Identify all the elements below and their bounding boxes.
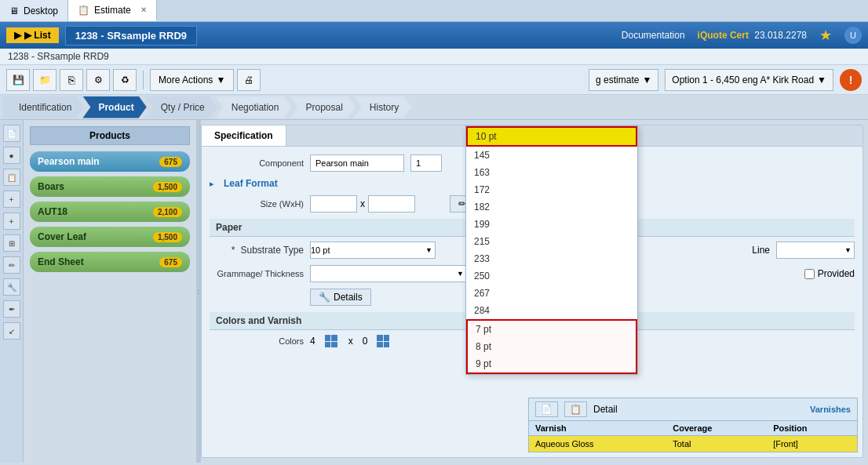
dropdown-item-163[interactable]: 163 bbox=[466, 164, 637, 181]
product-item-cover-leaf[interactable]: Cover Leaf 1,500 bbox=[30, 227, 190, 247]
dropdown-item-233-label: 233 bbox=[474, 253, 490, 264]
left-icon-pen[interactable]: ✒ bbox=[3, 300, 20, 318]
title-bar: 🖥 Desktop 📋 Estimate ✕ bbox=[0, 0, 868, 22]
dropdown-item-7pt[interactable]: 7 pt bbox=[466, 319, 637, 338]
line-select[interactable] bbox=[776, 242, 855, 259]
step-product-label: Product bbox=[98, 102, 133, 113]
product-item-pearson-main[interactable]: Pearson main 675 bbox=[30, 151, 190, 172]
version-text: 23.018.2278 bbox=[754, 30, 807, 41]
varnishes-list-button[interactable]: 📋 bbox=[564, 401, 587, 417]
dropdown-item-182-label: 182 bbox=[474, 202, 490, 213]
left-icon-3[interactable]: 📋 bbox=[3, 169, 20, 186]
product-item-aut18[interactable]: AUT18 2,100 bbox=[30, 202, 190, 222]
step-negotiation[interactable]: Negotiation bbox=[216, 96, 292, 118]
dropdown-item-215[interactable]: 215 bbox=[466, 233, 637, 250]
step-proposal-label: Proposal bbox=[305, 102, 342, 113]
dropdown-item-10pt-label: 10 pt bbox=[476, 131, 497, 142]
grammage-select[interactable] bbox=[310, 265, 467, 282]
colors-label: Colors bbox=[210, 336, 304, 346]
folder-button[interactable]: 📁 bbox=[33, 69, 57, 91]
left-icon-pencil[interactable]: ✏ bbox=[3, 256, 20, 274]
leaf-format-link[interactable]: Leaf Format bbox=[224, 178, 278, 189]
save-button[interactable]: 💾 bbox=[6, 69, 30, 91]
line-label: Line bbox=[752, 245, 770, 256]
list-button[interactable]: ▶ ▶ List bbox=[6, 27, 59, 43]
dropdown-item-8pt-label: 8 pt bbox=[476, 341, 491, 352]
dropdown-item-233[interactable]: 233 bbox=[466, 250, 637, 267]
varnish-row-1[interactable]: Aqueous Gloss Total [Front] bbox=[529, 436, 857, 452]
product-label-boars: Boars bbox=[38, 181, 64, 192]
details-button[interactable]: 🔧 Details bbox=[310, 289, 371, 306]
user-icon[interactable]: U bbox=[844, 27, 862, 44]
varnishes-list-icon: 📋 bbox=[570, 404, 582, 415]
left-icon-plus2[interactable]: + bbox=[3, 213, 20, 230]
dropdown-item-267[interactable]: 267 bbox=[466, 285, 637, 302]
varnish-name: Aqueous Gloss bbox=[529, 436, 666, 452]
substrate-type-select[interactable]: 10 pt bbox=[310, 242, 436, 259]
product-item-boars[interactable]: Boars 1,500 bbox=[30, 176, 190, 197]
dropdown-item-9pt-label: 9 pt bbox=[476, 358, 491, 369]
step-identification[interactable]: Identification bbox=[3, 96, 84, 118]
step-history[interactable]: History bbox=[354, 96, 411, 118]
height-input[interactable] bbox=[368, 195, 415, 213]
product-badge-boars: 1,500 bbox=[153, 182, 182, 192]
settings-button[interactable]: ⚙ bbox=[86, 69, 110, 91]
quantity-input[interactable] bbox=[410, 154, 442, 172]
left-icon-plus[interactable]: + bbox=[3, 191, 20, 208]
copy-button[interactable]: ⎘ bbox=[60, 69, 83, 91]
step-qty-price[interactable]: Qty / Price bbox=[145, 96, 217, 118]
tab-specification[interactable]: Specification bbox=[202, 125, 286, 146]
varnish-coverage: Total bbox=[666, 436, 767, 452]
provided-checkbox[interactable] bbox=[804, 269, 815, 279]
dropdown-item-172[interactable]: 172 bbox=[466, 181, 637, 198]
varnishes-doc-button[interactable]: 📄 bbox=[535, 401, 558, 417]
left-icon-2[interactable]: ● bbox=[3, 147, 20, 164]
print-button[interactable]: 🖨 bbox=[237, 69, 261, 91]
width-input[interactable] bbox=[310, 195, 357, 213]
more-actions-arrow-icon: ▼ bbox=[216, 74, 225, 85]
tab-estimate[interactable]: 📋 Estimate ✕ bbox=[68, 0, 157, 21]
more-actions-button[interactable]: More Actions ▼ bbox=[150, 69, 234, 91]
paper-section-label: Paper bbox=[216, 222, 242, 233]
product-badge-cover: 1,500 bbox=[153, 232, 182, 242]
documentation-link[interactable]: Documentation bbox=[622, 30, 685, 41]
varnishes-detail-label: Detail bbox=[593, 404, 618, 415]
substrate-required-marker: * bbox=[232, 245, 235, 256]
dropdown-item-8pt[interactable]: 8 pt bbox=[466, 338, 637, 355]
dropdown-item-182[interactable]: 182 bbox=[466, 198, 637, 216]
step-product[interactable]: Product bbox=[82, 96, 146, 118]
component-label: Component bbox=[210, 158, 304, 168]
details-label: Details bbox=[334, 292, 363, 303]
step-history-label: History bbox=[370, 102, 399, 113]
step-qty-price-label: Qty / Price bbox=[161, 102, 205, 113]
left-icon-arrow[interactable]: ↙ bbox=[3, 322, 20, 340]
iquote-cert-label: iQuote Cert 23.018.2278 bbox=[698, 30, 807, 41]
line-field-container: Line ▼ bbox=[752, 242, 855, 259]
left-icon-1[interactable]: 📄 bbox=[3, 125, 20, 142]
option-dropdown-button[interactable]: Option 1 - 6,450 eng A* Kirk Road ▼ bbox=[665, 69, 833, 91]
step-proposal[interactable]: Proposal bbox=[290, 96, 355, 118]
more-actions-label: More Actions bbox=[159, 74, 213, 85]
star-icon[interactable]: ★ bbox=[819, 27, 832, 44]
left-icon-tool[interactable]: 🔧 bbox=[3, 278, 20, 296]
product-item-end-sheet[interactable]: End Sheet 675 bbox=[30, 252, 190, 272]
dropdown-item-199[interactable]: 199 bbox=[466, 216, 637, 233]
provided-label: Provided bbox=[818, 268, 855, 279]
leaf-format-arrow: ▸ bbox=[210, 179, 214, 189]
recycle-button[interactable]: ♻ bbox=[113, 69, 137, 91]
dropdown-item-284[interactable]: 284 bbox=[466, 302, 637, 319]
dropdown-item-250[interactable]: 250 bbox=[466, 267, 637, 285]
main-content: 📄 ● 📋 + + ⊞ ✏ 🔧 ✒ ↙ Products Pearson mai… bbox=[0, 120, 868, 463]
dropdown-item-10pt[interactable]: 10 pt bbox=[466, 126, 637, 147]
toolbar: 💾 📁 ⎘ ⚙ ♻ More Actions ▼ 🖨 g estimate ▼ … bbox=[0, 65, 868, 95]
dropdown-item-199-label: 199 bbox=[474, 219, 490, 230]
tab-close-button[interactable]: ✕ bbox=[140, 5, 147, 14]
copy-icon: ⎘ bbox=[68, 74, 75, 86]
dropdown-item-9pt[interactable]: 9 pt bbox=[466, 355, 637, 374]
dropdown-item-250-label: 250 bbox=[474, 271, 490, 282]
estimate-dropdown-button[interactable]: g estimate ▼ bbox=[589, 69, 658, 91]
left-icon-grid[interactable]: ⊞ bbox=[3, 234, 20, 252]
dropdown-item-145[interactable]: 145 bbox=[466, 147, 637, 164]
alert-button[interactable]: ! bbox=[840, 69, 862, 91]
tab-desktop[interactable]: 🖥 Desktop bbox=[0, 0, 68, 21]
